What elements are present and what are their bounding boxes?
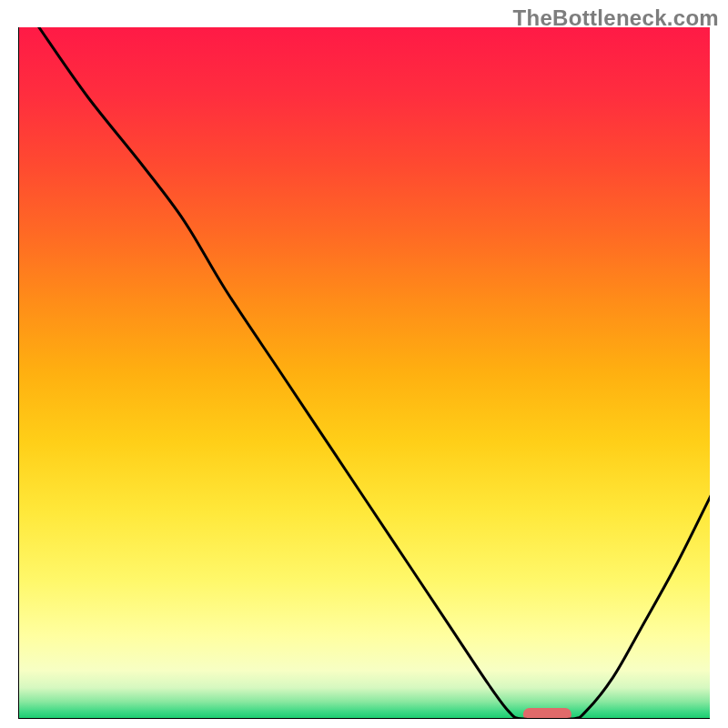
chart-svg bbox=[18, 27, 710, 719]
watermark-text: TheBottleneck.com bbox=[513, 5, 719, 31]
gradient-background bbox=[18, 27, 710, 719]
chart-container: TheBottleneck.com bbox=[0, 0, 728, 728]
optimal-range-marker bbox=[523, 708, 571, 719]
plot-area bbox=[18, 27, 710, 719]
